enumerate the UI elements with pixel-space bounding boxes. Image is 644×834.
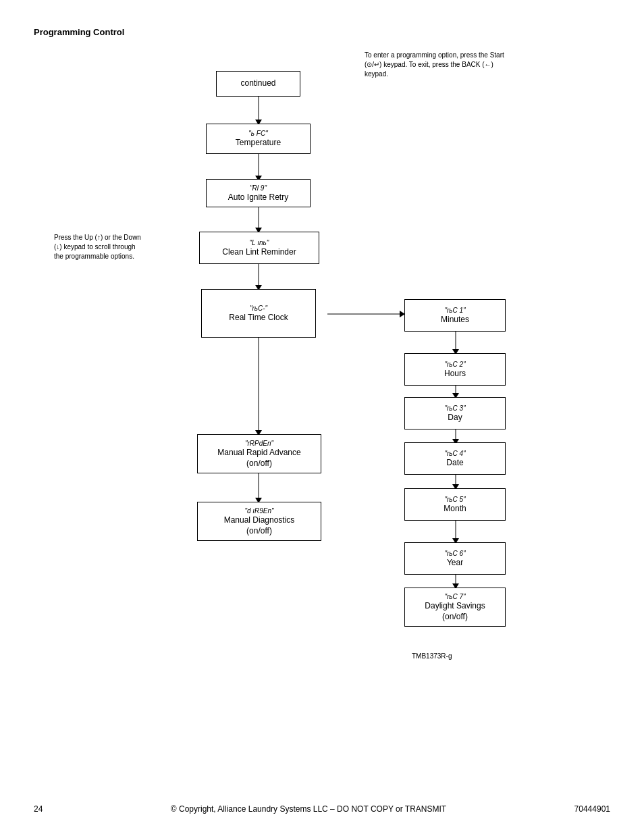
- page: Programming Control To enter a programmi…: [0, 0, 644, 834]
- rtc6-code: "rьC 6": [444, 549, 465, 558]
- rtc6-label: Year: [447, 558, 463, 569]
- diagram-svg: [34, 51, 610, 760]
- clean-lint-code: "L ınь": [250, 238, 269, 247]
- box-rtc4-date: "rьC 4" Date: [404, 442, 506, 475]
- rtc3-code: "rьC 3": [444, 404, 465, 413]
- footer-page-number: 24: [34, 804, 43, 814]
- box-manual-diag: "d ıR9En" Manual Diagnostics(on/off): [197, 502, 321, 541]
- auto-ignite-label: Auto Ignite Retry: [228, 192, 288, 203]
- rtc7-label: Daylight Savings(on/off): [425, 601, 485, 622]
- continued-label: continued: [240, 78, 275, 89]
- footer: 24 © Copyright, Alliance Laundry Systems…: [34, 804, 610, 814]
- real-time-clock-code: "rьC-": [250, 304, 267, 313]
- box-rtc1-minutes: "rьC 1" Minutes: [404, 299, 506, 332]
- box-temperature: "ь FC" Temperature: [206, 124, 311, 154]
- box-rtc6-year: "rьC 6" Year: [404, 542, 506, 575]
- rtc7-code: "rьC 7": [444, 592, 465, 601]
- box-auto-ignite: "Rl 9" Auto Ignite Retry: [206, 179, 311, 207]
- rtc2-code: "rьC 2": [444, 360, 465, 369]
- rtc4-label: Date: [446, 458, 463, 469]
- rtc1-label: Minutes: [441, 315, 469, 325]
- rtc5-label: Month: [444, 504, 466, 515]
- page-title: Programming Control: [34, 27, 610, 37]
- box-clean-lint: "L ınь" Clean Lint Reminder: [199, 232, 319, 264]
- temperature-label: Temperature: [236, 138, 281, 149]
- box-rtc5-month: "rьC 5" Month: [404, 488, 506, 521]
- rtc3-label: Day: [448, 413, 462, 423]
- manual-rapid-code: "rRPdEn": [245, 439, 273, 448]
- manual-rapid-label: Manual Rapid Advance(on/off): [217, 448, 300, 469]
- diagram-ref: TMB1373R-g: [412, 652, 452, 661]
- footer-doc-number: 70444901: [574, 804, 610, 814]
- manual-diag-label: Manual Diagnostics(on/off): [224, 515, 295, 536]
- real-time-clock-label: Real Time Clock: [229, 313, 288, 323]
- box-continued: continued: [216, 71, 300, 97]
- auto-ignite-code: "Rl 9": [250, 184, 267, 192]
- box-manual-rapid: "rRPdEn" Manual Rapid Advance(on/off): [197, 434, 321, 473]
- rtc5-code: "rьC 5": [444, 495, 465, 504]
- footer-copyright: © Copyright, Alliance Laundry Systems LL…: [171, 804, 446, 814]
- box-rtc3-day: "rьC 3" Day: [404, 397, 506, 429]
- rtc2-label: Hours: [444, 369, 466, 380]
- temperature-code: "ь FC": [248, 129, 267, 138]
- diagram-area: To enter a programming option, press the…: [34, 51, 610, 760]
- rtc1-code: "rьC 1": [444, 306, 465, 315]
- clean-lint-label: Clean Lint Reminder: [222, 247, 296, 258]
- box-real-time-clock: "rьC-" Real Time Clock: [201, 289, 316, 338]
- box-rtc2-hours: "rьC 2" Hours: [404, 353, 506, 386]
- rtc4-code: "rьC 4": [444, 449, 465, 458]
- manual-diag-code: "d ıR9En": [244, 506, 273, 515]
- box-rtc7-dst: "rьC 7" Daylight Savings(on/off): [404, 588, 506, 627]
